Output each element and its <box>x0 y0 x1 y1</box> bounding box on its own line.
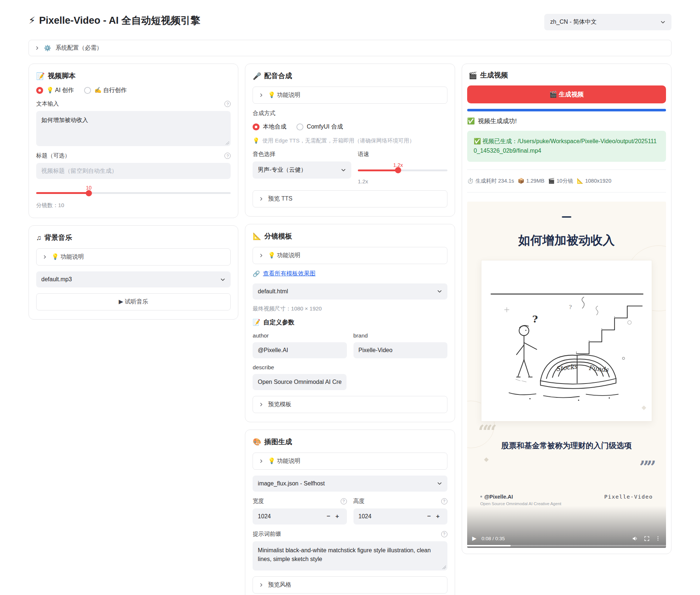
stat-filesize: 📦 1.29MB <box>518 178 544 184</box>
volume-icon[interactable] <box>632 535 639 542</box>
chevron-right-icon <box>259 402 264 407</box>
width-stepper[interactable]: − + <box>253 508 347 525</box>
radio-unselected-icon[interactable] <box>84 87 91 94</box>
storyboard-slider[interactable]: 10 <box>36 185 231 194</box>
template-select[interactable]: default.html <box>253 283 447 300</box>
video-player[interactable]: 如何增加被动收入 <box>467 202 666 548</box>
column-script: 📝 视频脚本 💡 AI 创作 ✍️ 自行创作 文本输入 <box>29 64 238 320</box>
memo-icon: 📝 <box>36 72 45 80</box>
help-icon[interactable] <box>224 101 231 107</box>
text-input-label: 文本输入 <box>36 100 59 108</box>
height-input[interactable] <box>359 513 425 520</box>
template-preview-accordion[interactable]: 预览模板 <box>253 396 447 413</box>
chevron-down-icon <box>437 481 442 486</box>
kebab-menu-icon[interactable] <box>655 535 661 542</box>
minus-button[interactable]: − <box>324 513 333 520</box>
language-select[interactable]: zh_CN - 简体中文 <box>544 14 671 30</box>
help-icon[interactable] <box>341 498 347 504</box>
radio-comfyui-tts[interactable]: ComfyUI 合成 <box>296 123 343 131</box>
ruler-icon: 📐 <box>577 178 583 184</box>
image-card: 🎨 插图生成 💡 功能说明 image_flux.json - Selfhost <box>245 430 455 595</box>
brand-input[interactable] <box>353 342 447 358</box>
title-optional-label: 标题（可选） <box>36 152 70 160</box>
image-info-accordion[interactable]: 💡 功能说明 <box>253 453 447 470</box>
width-input[interactable] <box>258 513 324 520</box>
generate-video-button[interactable]: 🎬 生成视频 <box>467 85 666 103</box>
help-icon[interactable] <box>224 153 231 159</box>
resize-handle[interactable] <box>226 141 229 145</box>
decor-dash <box>562 216 571 218</box>
describe-input[interactable] <box>253 374 347 390</box>
slider-track[interactable] <box>36 192 231 194</box>
radio-ai-create[interactable]: 💡 AI 创作 <box>36 87 74 94</box>
chevron-right-icon <box>259 93 264 98</box>
system-config-accordion[interactable]: ⚙️ 系统配置（必需） <box>29 40 671 56</box>
help-icon[interactable] <box>441 531 447 537</box>
video-slide-title: 如何增加被动收入 <box>467 232 666 249</box>
speed-slider[interactable]: 1.2x <box>358 162 447 171</box>
workflow-select[interactable]: image_flux.json - Selfhost <box>253 476 447 492</box>
final-size-text: 最终视频尺寸：1080 × 1920 <box>253 305 447 312</box>
tts-info-accordion[interactable]: 💡 功能说明 <box>253 87 447 104</box>
slider-handle[interactable] <box>86 190 92 196</box>
style-preview-accordion[interactable]: 预览风格 <box>253 576 447 594</box>
author-input[interactable] <box>253 342 347 358</box>
custom-params-title: 📝 自定义参数 <box>253 318 447 327</box>
author-label: author <box>253 332 347 339</box>
chevron-right-icon <box>259 197 264 201</box>
script-card: 📝 视频脚本 💡 AI 创作 ✍️ 自行创作 文本输入 <box>29 64 238 218</box>
brand-label: brand <box>353 332 447 339</box>
storyboard-count-text: 分镜数：10 <box>36 202 231 209</box>
clapper-icon: 🎬 <box>548 178 555 184</box>
script-text-input[interactable]: 如何增加被动收入 <box>36 111 231 146</box>
slider-track[interactable] <box>358 169 447 171</box>
chevron-right-icon <box>259 583 264 587</box>
column-middle: 🎤 配音合成 💡 功能说明 合成方式 本地合成 <box>245 64 455 595</box>
decor-diamond <box>484 457 489 462</box>
radio-manual-create[interactable]: ✍️ 自行创作 <box>84 87 126 94</box>
link-icon: 🔗 <box>253 270 260 277</box>
radio-unselected-icon[interactable] <box>296 123 303 130</box>
radio-local-tts[interactable]: 本地合成 <box>253 123 286 131</box>
plus-button[interactable]: + <box>333 513 342 520</box>
plus-button[interactable]: + <box>434 513 442 520</box>
template-info-accordion[interactable]: 💡 功能说明 <box>253 247 447 264</box>
slider-fill <box>36 192 89 194</box>
column-generate: 🎬 生成视频 🎬 生成视频 ✅ 视频生成成功! ✅ 视频已生成：/Users/p… <box>462 64 671 554</box>
play-icon[interactable]: ▶ <box>472 535 477 542</box>
help-icon[interactable] <box>441 498 447 504</box>
check-icon: ✅ <box>467 117 475 125</box>
chevron-down-icon <box>660 19 666 25</box>
view-templates-link[interactable]: 查看所有模板效果图 <box>263 270 315 278</box>
music-info-accordion[interactable]: 💡 功能说明 <box>36 248 231 266</box>
top-bar: ⚡ Pixelle-Video - AI 全自动短视频引擎 zh_CN - 简体… <box>29 14 671 30</box>
divider <box>467 192 666 192</box>
stat-duration: ⏱️ 生成耗时 234.1s <box>467 178 514 184</box>
height-stepper[interactable]: − + <box>353 508 447 525</box>
music-file-select[interactable]: default.mp3 <box>36 271 231 287</box>
template-card: 📐 分镜模板 💡 功能说明 🔗 查看所有模板效果图 default.html <box>245 224 455 422</box>
fullscreen-icon[interactable] <box>644 535 650 542</box>
video-title-input[interactable] <box>36 163 231 179</box>
svg-text:Stocks: Stocks <box>555 363 578 373</box>
slider-fill <box>358 169 398 171</box>
slider-handle[interactable] <box>395 167 401 173</box>
ruler-icon: 📐 <box>253 232 261 240</box>
play-music-button[interactable]: ▶ 试听音乐 <box>36 293 231 310</box>
prompt-prefix-input[interactable]: Minimalist black-and-white matchstick fi… <box>253 541 447 571</box>
radio-selected-icon[interactable] <box>253 123 260 130</box>
chevron-right-icon <box>42 255 47 259</box>
svg-text:?: ? <box>532 313 538 325</box>
video-progress-bar[interactable] <box>467 545 666 546</box>
radio-selected-icon[interactable] <box>36 87 43 94</box>
video-brand: Pixelle-Video <box>604 494 653 500</box>
illustration-frame: ? ? <box>481 260 652 422</box>
result-path-text: 视频已生成：/Users/puke/Workspace/Pixelle-Vide… <box>474 138 657 154</box>
tts-card: 🎤 配音合成 💡 功能说明 合成方式 本地合成 <box>245 64 455 217</box>
minus-button[interactable]: − <box>425 513 434 520</box>
tts-preview-accordion[interactable]: 预览 TTS <box>253 190 447 207</box>
page-title-text: Pixelle-Video - AI 全自动短视频引擎 <box>39 14 200 27</box>
resize-handle[interactable] <box>442 565 446 569</box>
gear-icon: ⚙️ <box>44 45 51 52</box>
voice-select[interactable]: 男声-专业（云健） <box>253 161 351 179</box>
